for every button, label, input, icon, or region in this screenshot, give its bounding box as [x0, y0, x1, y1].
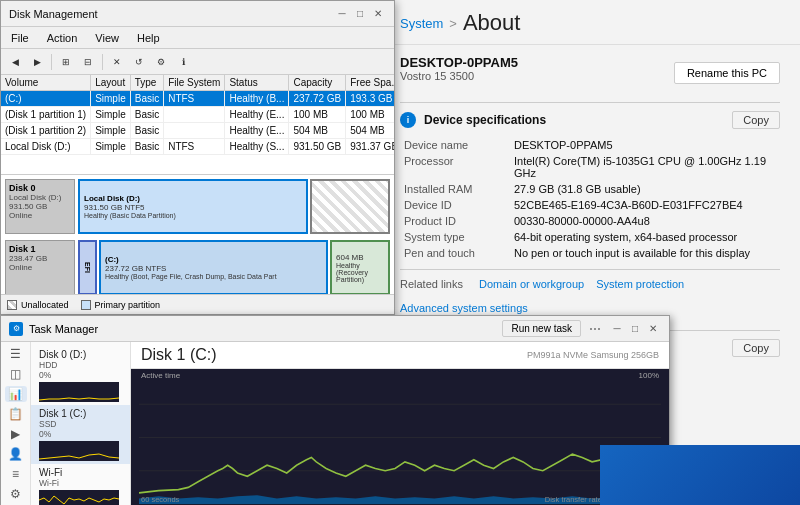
toolbar-btn-7[interactable]: ⚙: [151, 52, 171, 72]
disk-1-c-partition[interactable]: (C:) 237.72 GB NTFS Healthy (Boot, Page …: [99, 240, 328, 295]
cell-type: Basic: [130, 91, 163, 107]
advanced-system-settings-link[interactable]: Advanced system settings: [400, 302, 528, 314]
nav-disk1[interactable]: Disk 1 (C:) SSD0%: [31, 405, 130, 464]
part-size: 237.72 GB NTFS: [105, 264, 322, 273]
col-volume[interactable]: Volume: [1, 75, 91, 91]
cell-status: Healthy (E...: [225, 107, 289, 123]
toolbar-separator-1: [51, 54, 52, 70]
disk-mgmt-title: Disk Management: [9, 8, 98, 20]
sidebar-performance-icon[interactable]: 📊: [5, 386, 27, 402]
cell-status: Healthy (B...: [225, 91, 289, 107]
disk-label-0: Disk 0 Local Disk (D:)931.50 GBOnline: [5, 179, 75, 234]
col-fs[interactable]: File System: [164, 75, 225, 91]
col-capacity[interactable]: Capacity: [289, 75, 346, 91]
toolbar-btn-6[interactable]: ↺: [129, 52, 149, 72]
minimize-button[interactable]: ─: [334, 6, 350, 22]
sidebar-processes-icon[interactable]: ◫: [5, 366, 27, 382]
unallocated-legend-box: [7, 300, 17, 310]
breadcrumb-sep: >: [449, 16, 457, 31]
device-specs-section: i Device specifications Copy: [400, 102, 780, 133]
spec-value: 64-bit operating system, x64-based proce…: [510, 229, 780, 245]
cell-type: Basic: [130, 107, 163, 123]
col-layout[interactable]: Layout: [91, 75, 131, 91]
task-mgr-titlebar: ⚙ Task Manager Run new task ⋯ ─ □ ✕: [1, 316, 669, 342]
disk-mgmt-statusbar: Unallocated Primary partition: [1, 294, 394, 314]
cell-capacity: 931.50 GB: [289, 139, 346, 155]
info-icon: i: [400, 112, 416, 128]
disk-1-name: Disk 1: [9, 244, 71, 254]
spec-value: No pen or touch input is available for t…: [510, 245, 780, 261]
toolbar-btn-2[interactable]: ▶: [27, 52, 47, 72]
disk-1-recovery-partition[interactable]: 604 MB Healthy (Recovery Partition): [330, 240, 390, 295]
col-free[interactable]: Free Spa...: [346, 75, 394, 91]
disk-1-info: 238.47 GBOnline: [9, 254, 71, 272]
device-header: DESKTOP-0PPAM5 Vostro 15 3500 Rename thi…: [400, 55, 780, 94]
task-mgr-icon: ⚙: [9, 322, 23, 336]
disk-visual-area: Disk 0 Local Disk (D:)931.50 GBOnline Lo…: [1, 175, 394, 296]
toolbar-btn-4[interactable]: ⊟: [78, 52, 98, 72]
copy-device-specs-button[interactable]: Copy: [732, 111, 780, 129]
close-button[interactable]: ✕: [645, 321, 661, 337]
view-menu[interactable]: View: [91, 31, 123, 45]
table-row: Pen and touchNo pen or touch input is av…: [400, 245, 780, 261]
sidebar-home-icon[interactable]: ☰: [5, 346, 27, 362]
breadcrumb-system[interactable]: System: [400, 16, 443, 31]
toolbar-btn-3[interactable]: ⊞: [56, 52, 76, 72]
task-mgr-title: Task Manager: [29, 323, 98, 335]
task-mgr-sidebar: ☰ ◫ 📊 📋 ▶ 👤 ≡ ⚙: [1, 342, 31, 505]
toolbar-btn-1[interactable]: ◀: [5, 52, 25, 72]
cell-layout: Simple: [91, 123, 131, 139]
col-type[interactable]: Type: [130, 75, 163, 91]
table-row[interactable]: (C:) Simple Basic NTFS Healthy (B... 237…: [1, 91, 394, 107]
nav-disk0[interactable]: Disk 0 (D:) HDD0%: [31, 346, 130, 405]
table-row[interactable]: (Disk 1 partition 1) Simple Basic Health…: [1, 107, 394, 123]
desktop-background: [600, 445, 800, 505]
restore-button[interactable]: □: [627, 321, 643, 337]
spec-value: Intel(R) Core(TM) i5-1035G1 CPU @ 1.00GH…: [510, 153, 780, 181]
rename-pc-button[interactable]: Rename this PC: [674, 62, 780, 84]
cell-type: Basic: [130, 139, 163, 155]
disk-0-main-partition[interactable]: Local Disk (D:) 931.50 GB NTF5 Healthy (…: [78, 179, 308, 234]
run-new-task-button[interactable]: Run new task: [502, 320, 581, 337]
task-mgr-title-left: ⚙ Task Manager: [9, 322, 98, 336]
cell-free: 931.37 GB: [346, 139, 394, 155]
main-disk-title: Disk 1 (C:): [141, 346, 217, 364]
part-size: 931.50 GB NTF5: [84, 203, 302, 212]
cell-layout: Simple: [91, 91, 131, 107]
file-menu[interactable]: File: [7, 31, 33, 45]
restore-button[interactable]: □: [352, 6, 368, 22]
disk-0-unalloc[interactable]: [310, 179, 390, 234]
task-mgr-main: Disk 1 (C:) PM991a NVMe Samsung 256GB Ac…: [131, 342, 669, 505]
disk-1-efi-partition[interactable]: EFI: [78, 240, 97, 295]
nav-wifi[interactable]: Wi-Fi Wi-Fi ≤ 0.1 Kbps 4.5 Mbps: [31, 464, 130, 505]
copy-windows-specs-button[interactable]: Copy: [732, 339, 780, 357]
spec-label: Product ID: [400, 213, 510, 229]
minimize-button[interactable]: ─: [609, 321, 625, 337]
task-mgr-more-button[interactable]: ⋯: [589, 322, 601, 336]
toolbar-btn-5[interactable]: ✕: [107, 52, 127, 72]
system-protection-link[interactable]: System protection: [596, 278, 684, 290]
disk-table-area: Volume Layout Type File System Status Ca…: [1, 75, 394, 175]
cell-volume: (C:): [1, 91, 91, 107]
sidebar-details-icon[interactable]: ≡: [5, 466, 27, 482]
domain-workgroup-link[interactable]: Domain or workgroup: [479, 278, 584, 290]
sidebar-apphistory-icon[interactable]: 📋: [5, 406, 27, 422]
table-row[interactable]: (Disk 1 partition 2) Simple Basic Health…: [1, 123, 394, 139]
help-menu[interactable]: Help: [133, 31, 164, 45]
table-row: Installed RAM27.9 GB (31.8 GB usable): [400, 181, 780, 197]
table-row[interactable]: Local Disk (D:) Simple Basic NTFS Health…: [1, 139, 394, 155]
close-button[interactable]: ✕: [370, 6, 386, 22]
sidebar-startup-icon[interactable]: ▶: [5, 426, 27, 442]
disk-1-partitions: EFI (C:) 237.72 GB NTFS Healthy (Boot, P…: [78, 240, 390, 295]
col-status[interactable]: Status: [225, 75, 289, 91]
sidebar-users-icon[interactable]: 👤: [5, 446, 27, 462]
spec-label: Device name: [400, 137, 510, 153]
toolbar-btn-8[interactable]: ℹ: [173, 52, 193, 72]
sidebar-services-icon[interactable]: ⚙: [5, 486, 27, 502]
action-menu[interactable]: Action: [43, 31, 82, 45]
mini-chart-disk0: [39, 382, 119, 402]
part-status: Healthy (Basic Data Partition): [84, 212, 302, 219]
part-status: Healthy (Recovery Partition): [336, 262, 384, 283]
primary-partition-legend: Primary partition: [81, 300, 161, 310]
disk-visual-row-1: Disk 1 238.47 GBOnline EFI (C:) 237.72 G…: [5, 240, 390, 295]
